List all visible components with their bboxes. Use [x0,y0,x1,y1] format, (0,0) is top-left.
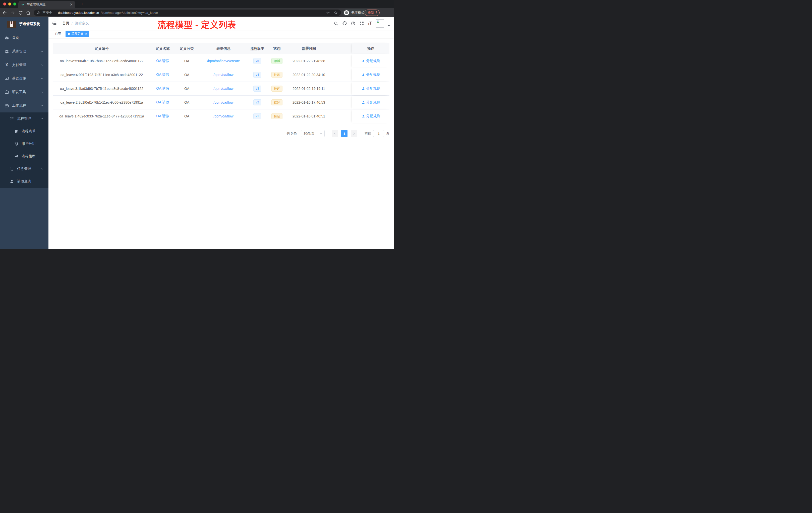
definition-name-link[interactable]: OA 请假 [156,59,169,63]
tag-process-definition[interactable]: 流程定义 × [65,31,89,37]
reload-icon[interactable] [18,10,23,15]
assign-rule-link[interactable]: 分配规则 [361,100,380,105]
definition-name-link[interactable]: OA 请假 [156,100,169,105]
security-label[interactable]: 不安全 [42,10,52,15]
assign-rule-link[interactable]: 分配规则 [361,114,380,118]
briefcase-icon [4,103,9,108]
sidebar-item-user-group[interactable]: 用户分组 [0,138,49,150]
home-icon[interactable] [26,10,31,15]
form-info-link[interactable]: /bpm/oa/flow [213,100,233,104]
pagination: 共 5 条 10条/页 1 前往 页 [53,130,389,137]
filler-cell [330,68,352,82]
version-badge: v3 [253,86,262,92]
fullscreen-icon[interactable] [359,21,364,26]
update-label[interactable]: 更新 [368,10,374,15]
sidebar-item-workflow[interactable]: 工作流程 [0,99,49,113]
new-tab-button[interactable]: + [79,1,85,7]
form-info-link[interactable]: /bpm/oa/flow [213,73,233,77]
definition-id: oa_leave:3:1fad3d93-7b75-11ec-a3c8-acde4… [53,82,151,95]
sidebar-item-process-management[interactable]: 流程管理 [0,113,49,125]
sidebar-logo[interactable]: 芋道管理系统 [0,17,49,31]
goto-page-input[interactable] [373,130,384,137]
chevron-down-icon [41,91,44,94]
deploy-time: 2022-01-16 01:40:51 [287,110,330,123]
user-icon [9,179,14,184]
search-icon[interactable] [334,21,339,26]
sidebar-item-label: 支付管理 [12,63,26,67]
filler-cell [330,110,352,123]
back-icon[interactable] [2,10,7,15]
version-badge: v1 [253,113,262,119]
definition-name-link[interactable]: OA 请假 [156,114,169,118]
sidebar-item-system-management[interactable]: 系统管理 [0,45,49,58]
definition-id: oa_leave:2:3c1f0ef1-76b1-11ec-9c66-a2380… [53,96,151,109]
total-count-label: 共 5 条 [287,131,297,136]
help-icon[interactable] [351,21,355,26]
tag-home[interactable]: 首页 [53,31,63,37]
table-row: oa_leave:5:004b710b-7b8a-11ec-8ef0-acde4… [53,54,389,68]
page-size-select[interactable]: 10条/页 [301,130,325,137]
address-bar[interactable]: 不安全 dashboard.yudao.iocoder.cn/bpm/manag… [34,9,341,16]
forward-icon[interactable] [10,10,15,15]
prev-page-button[interactable] [332,130,338,137]
sidebar-item-infrastructure[interactable]: 基础设施 [0,72,49,85]
definition-name-link[interactable]: OA 请假 [156,72,169,77]
divider [55,11,55,14]
security-warning-icon[interactable] [37,11,41,15]
browser-menu-icon[interactable] [376,11,377,14]
filler-cell [330,96,352,109]
bookmark-star-icon[interactable] [334,10,338,15]
sidebar-item-process-form[interactable]: 流程表单 [0,125,49,138]
hamburger-icon[interactable] [52,21,57,26]
avatar-dropdown-icon[interactable] [388,25,390,26]
chevron-down-icon [41,77,44,80]
definition-category: OA [175,110,199,123]
tag-close-icon[interactable]: × [85,32,87,36]
dashboard-icon [4,36,9,40]
close-window-button[interactable] [3,2,6,5]
table-row: oa_leave:3:1fad3d93-7b75-11ec-a3c8-acde4… [53,82,389,96]
form-info-link[interactable]: /bpm/oa/flow [213,114,233,118]
gear-icon [4,49,9,54]
sidebar-item-home[interactable]: 首页 [0,31,49,45]
breadcrumb-current: 流程定义 [75,21,89,26]
maximize-window-button[interactable] [13,2,16,5]
tree-list-icon [9,117,14,121]
sidebar-item-payment-management[interactable]: ¥支付管理 [0,58,49,72]
definition-name-link[interactable]: OA 请假 [156,86,169,91]
font-size-icon[interactable]: TT [368,21,372,25]
browser-tab-strip: 芋道管理系统 ✕ + [0,0,394,8]
window-controls[interactable] [3,2,16,5]
breadcrumb-home[interactable]: 首页 [62,21,69,26]
sidebar-item-process-model[interactable]: 流程模型 [0,150,49,163]
assign-rule-link[interactable]: 分配规则 [361,72,380,77]
avatar[interactable] [376,19,384,28]
chevron-left-icon [333,132,337,135]
key-icon[interactable] [326,10,330,15]
briefcase-icon [4,90,9,94]
form-info-link[interactable]: /bpm/oa/leave/create [207,59,240,63]
sidebar-item-label: 流程表单 [22,129,36,133]
table-row: oa_leave:2:3c1f0ef1-76b1-11ec-9c66-a2380… [53,96,389,110]
current-page-button[interactable]: 1 [341,130,348,137]
tab-title: 芋道管理系统 [27,2,68,7]
sidebar-item-dev-tools[interactable]: 研发工具 [0,85,49,99]
assign-rule-link[interactable]: 分配规则 [361,59,380,63]
browser-tab[interactable]: 芋道管理系统 ✕ [18,1,75,8]
page-unit-label: 页 [386,131,389,136]
form-info-link[interactable]: /bpm/oa/flow [213,87,233,91]
col-header-form-info: 表单信息 [199,43,248,54]
sidebar-item-leave-query[interactable]: 请假查询 [0,175,49,188]
table-row: oa_leave:1:482ec033-762a-11ec-8477-a2380… [53,110,389,123]
sidebar-item-task-management[interactable]: 任务管理 [0,163,49,175]
status-badge: 挂起 [271,99,283,105]
github-icon[interactable] [342,21,347,26]
update-button[interactable]: 更新 [365,9,380,16]
assign-rule-link[interactable]: 分配规则 [361,86,380,91]
status-badge: 挂起 [271,113,283,119]
robot-icon [14,142,19,146]
col-header-deploy-time: 部署时间 [287,43,330,54]
tab-close-icon[interactable]: ✕ [70,3,73,6]
next-page-button[interactable] [351,130,357,137]
minimize-window-button[interactable] [8,2,11,5]
